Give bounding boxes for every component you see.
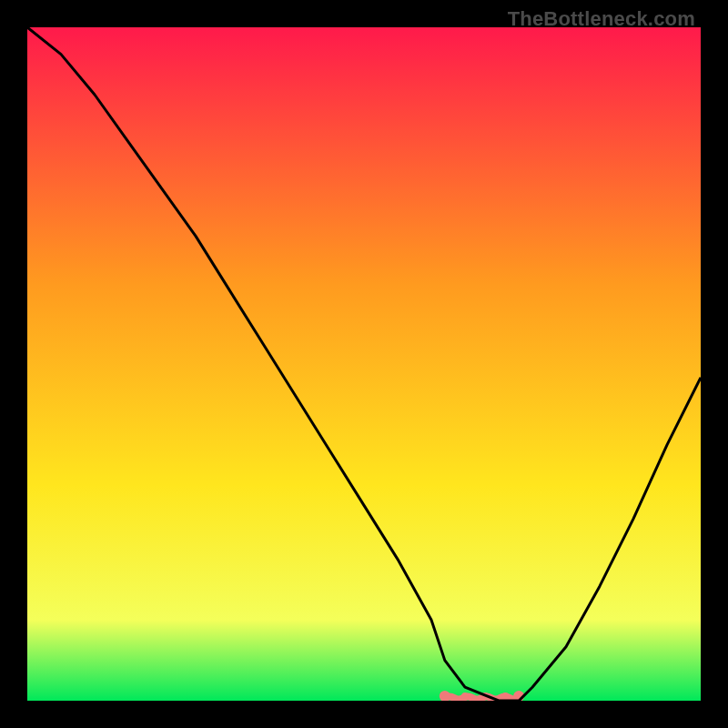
svg-point-2 xyxy=(461,693,469,700)
svg-point-6 xyxy=(501,693,509,700)
gradient-background xyxy=(27,27,701,701)
chart-stage: TheBottleneck.com xyxy=(0,0,728,728)
bottleneck-chart xyxy=(27,27,701,701)
plot-area xyxy=(27,27,701,701)
